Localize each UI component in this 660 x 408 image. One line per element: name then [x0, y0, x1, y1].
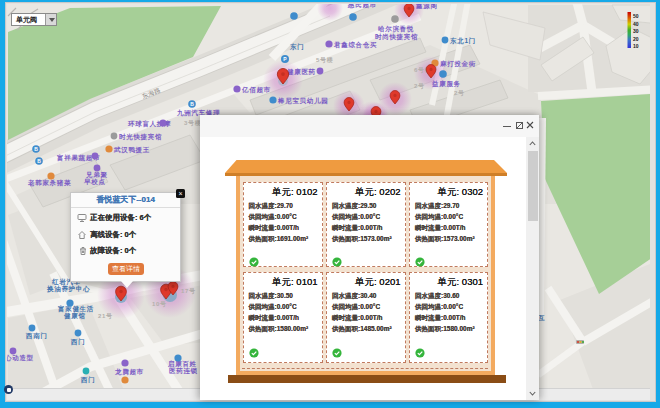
svg-text:5号楼: 5号楼 [316, 56, 334, 64]
svg-text:东北1门: 东北1门 [449, 37, 476, 45]
svg-text:哈尔滨香悦: 哈尔滨香悦 [378, 25, 414, 33]
svg-text:龙腾超市: 龙腾超市 [114, 368, 144, 376]
svg-text:B: B [190, 101, 194, 107]
svg-text:10号: 10号 [152, 300, 167, 308]
svg-text:换油养护中心: 换油养护中心 [46, 285, 90, 293]
svg-text:17号: 17号 [181, 287, 196, 295]
svg-text:亿佰超市: 亿佰超市 [241, 86, 271, 94]
svg-text:40: 40 [633, 21, 639, 27]
svg-text:武汉鸭援王: 武汉鸭援王 [113, 146, 150, 154]
svg-text:2号: 2号 [414, 82, 425, 90]
svg-text:医药连锁: 医药连锁 [169, 367, 198, 375]
svg-text:B: B [34, 146, 38, 152]
svg-text:10: 10 [633, 43, 639, 49]
svg-text:30: 30 [633, 28, 639, 34]
svg-text:西门: 西门 [80, 376, 95, 384]
svg-text:健康馆: 健康馆 [63, 312, 86, 320]
svg-text:B: B [37, 158, 41, 164]
svg-text:棒尼宝贝幼儿园: 棒尼宝贝幼儿园 [277, 97, 328, 105]
svg-text:东门: 东门 [289, 43, 304, 51]
svg-text:2号: 2号 [454, 89, 465, 97]
svg-text:君鑫综合仓买: 君鑫综合仓买 [333, 41, 377, 49]
svg-text:老韩家杀猪菜: 老韩家杀猪菜 [27, 179, 71, 187]
svg-text:早校点: 早校点 [83, 178, 106, 186]
svg-text:益康服务: 益康服务 [431, 80, 461, 88]
svg-text:时光快捷宾馆: 时光快捷宾馆 [119, 133, 162, 141]
svg-text:21号: 21号 [98, 312, 113, 320]
svg-text:西南门: 西南门 [25, 332, 48, 340]
svg-text:时尚快捷宾馆: 时尚快捷宾馆 [375, 33, 418, 41]
svg-text:麻打投金街: 麻打投金街 [440, 60, 476, 68]
svg-text:西门: 西门 [70, 338, 85, 346]
svg-text:20: 20 [633, 36, 639, 42]
svg-text:50: 50 [633, 13, 639, 19]
svg-text:心动造型: 心动造型 [7, 354, 34, 362]
svg-text:健康医药: 健康医药 [286, 68, 316, 76]
